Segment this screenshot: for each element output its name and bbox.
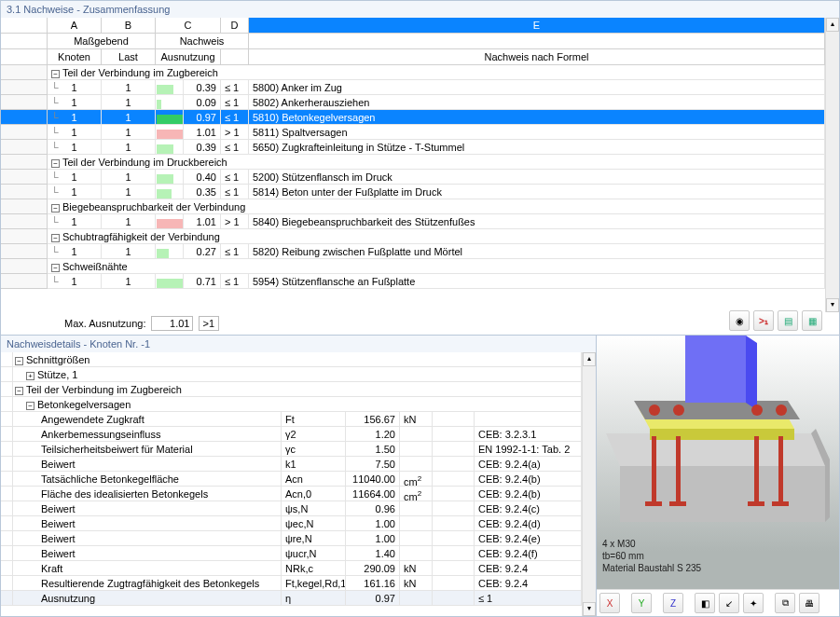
table-cell[interactable] [1,214,48,229]
table-cell[interactable]: └1 [48,110,102,125]
table-cell[interactable]: 0.35 [184,185,221,199]
table-cell[interactable]: ≤ 1 [221,274,249,289]
col-B[interactable]: B [102,18,156,34]
col-C[interactable]: C [156,18,221,34]
table-cell[interactable]: 5810) Betonkegelversagen [249,110,825,125]
table-cell[interactable] [1,125,48,140]
table-cell[interactable]: ≤ 1 [221,185,249,199]
table-cell[interactable] [156,170,184,185]
group-header[interactable]: −Teil der Verbindung im Zugbereich [48,65,825,80]
results-scrollbar[interactable]: ▴ ▾ [825,18,839,312]
table-cell[interactable] [156,125,184,140]
table-cell[interactable]: ≤ 1 [221,110,249,125]
iso-view-icon[interactable]: ◧ [695,593,715,613]
export-icon[interactable]: ▦ [802,310,822,331]
table-cell[interactable]: 1 [102,274,156,289]
table-cell[interactable]: 0.09 [184,95,221,110]
results-table[interactable]: A B C D E Maßgebend Nachweis Knoten Last… [1,18,825,289]
table-cell[interactable] [156,214,184,229]
table-cell[interactable] [156,185,184,199]
hdr-last[interactable]: Last [102,49,156,65]
table-cell[interactable]: └1 [48,244,102,259]
table-cell[interactable] [156,140,184,155]
table-cell[interactable]: 1.01 [184,125,221,140]
detail-cell[interactable]: −Teil der Verbindung im Zugbereich [13,382,582,397]
table-cell[interactable]: └1 [48,185,102,199]
table-cell[interactable]: 5814) Beton unter der Fußplatte im Druck [249,185,825,199]
detail-cell[interactable]: −Betonkegelversagen [13,397,582,412]
hdr-formel[interactable]: Nachweis nach Formel [249,49,825,65]
table-cell[interactable]: > 1 [221,125,249,140]
table-cell[interactable]: └1 [48,125,102,140]
table-cell[interactable] [1,170,48,185]
table-cell[interactable] [1,244,48,259]
scroll-down-icon[interactable]: ▾ [826,298,839,312]
table-cell[interactable]: 5820) Reibung zwischen Fußplatte und Mör… [249,244,825,259]
table-cell[interactable] [156,95,184,110]
table-cell[interactable] [1,80,48,95]
table-cell[interactable]: 1 [102,125,156,140]
axes-icon[interactable]: ✦ [743,593,764,613]
table-cell[interactable]: 1 [102,95,156,110]
hdr-ausnutzung[interactable]: Ausnutzung [156,49,221,65]
table-cell[interactable]: ≤ 1 [221,244,249,259]
table-cell[interactable]: > 1 [221,214,249,229]
table-cell[interactable]: 0.27 [184,244,221,259]
preview-icon[interactable]: ◉ [729,310,750,331]
table-cell[interactable]: └1 [48,95,102,110]
table-cell[interactable] [1,140,48,155]
table-cell[interactable] [1,95,48,110]
table-cell[interactable] [156,110,184,125]
table-cell[interactable]: 0.39 [184,80,221,95]
table-cell[interactable] [1,110,48,125]
table-cell[interactable]: 1 [102,80,156,95]
table-cell[interactable]: └1 [48,274,102,289]
group-header[interactable]: −Biegebeanspruchbarkeit der Verbindung [48,199,825,214]
table-cell[interactable]: 5650) Zugkrafteinleitung in Stütze - T-S… [249,140,825,155]
table-cell[interactable] [156,80,184,95]
detail-cell[interactable]: +Stütze, 1 [13,367,582,382]
table-cell[interactable] [156,244,184,259]
group-header[interactable]: −Schubtragfähigkeit der Verbindung [48,229,825,244]
group-header[interactable]: −Teil der Verbindung im Druckbereich [48,155,825,170]
detail-cell[interactable]: −Schnittgrößen [13,352,582,367]
table-cell[interactable]: 0.71 [184,274,221,289]
table-cell[interactable]: 1 [102,140,156,155]
table-cell[interactable]: 5954) Stützenflansche an Fußplatte [249,274,825,289]
table-cell[interactable]: 1 [102,110,156,125]
table-cell[interactable]: 5200) Stützenflansch im Druck [249,170,825,185]
table-cell[interactable]: 5840) Biegebeanspruchbarkeit des Stützen… [249,214,825,229]
table-cell[interactable]: ≤ 1 [221,170,249,185]
table-cell[interactable]: 5811) Spaltversagen [249,125,825,140]
table-cell[interactable] [156,274,184,289]
hdr-knoten[interactable]: Knoten [48,49,102,65]
table-cell[interactable]: └1 [48,80,102,95]
table-cell[interactable]: └1 [48,140,102,155]
table-cell[interactable]: ≤ 1 [221,140,249,155]
table-cell[interactable]: ≤ 1 [221,80,249,95]
print-icon[interactable]: 🖶 [799,593,819,613]
table-cell[interactable]: └1 [48,170,102,185]
group-header[interactable]: −Schweißnähte [48,259,825,274]
table-cell[interactable]: 1 [102,244,156,259]
filter-gt1-icon[interactable]: >₁ [753,310,774,331]
chart-icon[interactable]: ▤ [778,310,798,331]
table-cell[interactable]: 1 [102,214,156,229]
table-cell[interactable]: ≤ 1 [221,95,249,110]
table-cell[interactable]: 0.97 [184,110,221,125]
table-cell[interactable]: 5802) Ankerherausziehen [249,95,825,110]
table-cell[interactable]: 1 [102,170,156,185]
details-scrollbar[interactable]: ▴ ▾ [582,352,596,616]
col-A[interactable]: A [48,18,102,34]
col-E[interactable]: E [249,18,825,34]
table-cell[interactable] [1,274,48,289]
col-D[interactable]: D [221,18,249,34]
axis-z-icon[interactable]: Z [663,593,683,613]
table-cell[interactable]: └1 [48,214,102,229]
table-cell[interactable]: 1 [102,185,156,199]
arrow-icon[interactable]: ↙ [719,593,739,613]
table-cell[interactable]: 5800) Anker im Zug [249,80,825,95]
table-cell[interactable]: 1.01 [184,214,221,229]
scroll-down-icon[interactable]: ▾ [583,602,596,616]
details-table[interactable]: −Schnittgrößen+Stütze, 1−Teil der Verbin… [1,352,582,616]
